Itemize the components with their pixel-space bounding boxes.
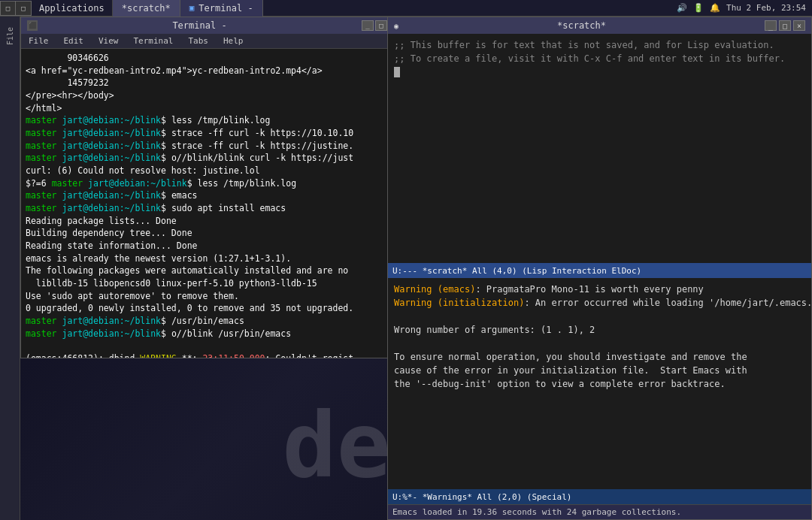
term-line-18: The following packages were automaticall…: [26, 265, 402, 277]
warn-line-2: Warning (initialization): An error occur…: [394, 296, 805, 310]
emacs-modeline-1-text: U:--- *scratch* All (4,0) (Lisp Interact…: [392, 266, 641, 276]
file-panel-label: File: [6, 27, 14, 45]
applications-menu[interactable]: Applications: [32, 0, 113, 17]
battery-icon[interactable]: 🔋: [693, 3, 704, 13]
taskbar-right: 🔊 🔋 🔔 Thu 2 Feb, 23:54: [677, 3, 812, 13]
terminal-window-icon: ⬛: [27, 20, 38, 31]
taskbar-left: □ □ Applications *scratch* ▣ Terminal -: [0, 0, 263, 17]
term-line-6: master jart@debian:~/blink$ less /tmp/bl…: [26, 114, 402, 127]
terminal-icon: ▣: [189, 3, 195, 13]
terminal-menu-tabs[interactable]: Tabs: [185, 35, 211, 47]
emacs-titlebar: ◉ *scratch* _ □ ×: [388, 17, 811, 34]
tab-terminal[interactable]: ▣ Terminal -: [180, 0, 263, 17]
terminal-content[interactable]: 90346626 <a href="yc-redbean-intro2.mp4"…: [21, 49, 407, 358]
term-line-13: master jart@debian:~/blink$ sudo apt ins…: [26, 202, 402, 215]
emacs-modeline-2: U:%*- *Warnings* All (2,0) (Special): [388, 489, 811, 504]
term-line-12: master jart@debian:~/blink$ emacs: [26, 189, 402, 202]
terminal-menu-edit[interactable]: Edit: [61, 35, 87, 47]
terminal-menu-view[interactable]: View: [95, 35, 122, 47]
terminal-maximize[interactable]: □: [375, 20, 387, 31]
term-line-11: $?=6 master jart@debian:~/blink$ less /t…: [26, 177, 402, 190]
emacs-modeline-2-text: U:%*- *Warnings* All (2,0) (Special): [392, 492, 571, 502]
scratch-line-1: ;; This buffer is for text that is not s…: [394, 38, 805, 52]
warn-line-4: Wrong number of arguments: (1 . 1), 2: [394, 323, 805, 337]
emacs-warnings-buffer[interactable]: Warning (emacs): PragmataPro Mono-11 is …: [388, 278, 811, 489]
term-line-23: master jart@debian:~/blink$ o//blink /us…: [26, 328, 402, 340]
term-line-22: master jart@debian:~/blink$ /usr/bin/ema…: [26, 315, 402, 328]
terminal-title: Terminal -: [44, 20, 356, 31]
emacs-window: ◉ *scratch* _ □ × ;; This buffer is for …: [387, 17, 812, 520]
warn-line-6: To ensure normal operation, you should i…: [394, 350, 805, 364]
emacs-close[interactable]: ×: [793, 20, 805, 31]
terminal-menu-terminal[interactable]: Terminal: [131, 35, 177, 47]
terminal-minimize[interactable]: _: [362, 20, 374, 31]
tab-terminal-label: Terminal -: [198, 3, 253, 14]
emacs-scratch-buffer[interactable]: ;; This buffer is for text that is not s…: [388, 34, 811, 263]
term-line-8: master jart@debian:~/blink$ strace -ff c…: [26, 140, 402, 153]
terminal-titlebar: ⬛ Terminal - _ □ ×: [21, 17, 407, 34]
term-line-2: <a href="yc-redbean-intro2.mp4">yc-redbe…: [26, 65, 402, 77]
term-line-7: master jart@debian:~/blink$ strace -ff c…: [26, 127, 402, 140]
term-line-4: </pre><hr></body>: [26, 89, 402, 102]
tab-scratch-label: *scratch*: [122, 3, 171, 14]
speaker-icon[interactable]: 🔊: [677, 3, 687, 13]
emacs-modeline-1: U:--- *scratch* All (4,0) (Lisp Interact…: [388, 263, 811, 278]
term-line-20: Use 'sudo apt autoremove' to remove them…: [26, 290, 402, 303]
bell-icon[interactable]: 🔔: [710, 3, 720, 13]
warn-line-5: [394, 337, 805, 350]
emacs-win-buttons: _ □ ×: [765, 20, 805, 31]
term-line-5: </html>: [26, 102, 402, 115]
datetime-display: Thu 2 Feb, 23:54: [726, 3, 806, 13]
emacs-maximize[interactable]: □: [779, 20, 791, 31]
term-line-17: emacs is already the newest version (1:2…: [26, 252, 402, 265]
term-line-25: (emacs:466812): dbind-WARNING **: 23:11:…: [26, 352, 402, 358]
term-line-9: master jart@debian:~/blink$ o//blink/bli…: [26, 152, 402, 165]
desktop-text: de: [283, 393, 392, 497]
term-line-21: 0 upgraded, 0 newly installed, 0 to remo…: [26, 302, 402, 315]
window-controls-taskbar[interactable]: □ □: [0, 1, 32, 16]
terminal-window: ⬛ Terminal - _ □ × File Edit View Termin…: [20, 17, 408, 358]
emacs-echo-area: Emacs loaded in 19.36 seconds with 24 ga…: [388, 504, 811, 519]
warn-line-1: Warning (emacs): PragmataPro Mono-11 is …: [394, 283, 805, 296]
taskbar: □ □ Applications *scratch* ▣ Terminal - …: [0, 0, 812, 17]
term-line-19: liblldb-15 libopencsd0 linux-perf-5.10 p…: [26, 277, 402, 290]
warn-line-8: the '--debug-init' option to view a comp…: [394, 377, 805, 391]
term-line-10: curl: (6) Could not resolve host: justin…: [26, 165, 402, 177]
term-line-3: 14579232: [26, 77, 402, 89]
term-line-1: 90346626: [26, 52, 402, 65]
win-ctrl-1[interactable]: □: [1, 2, 16, 15]
warn-line-7: cause of the error in your initializatio…: [394, 364, 805, 377]
term-line-16: Reading state information... Done: [26, 240, 402, 252]
scratch-line-2: ;; To create a file, visit it with C-x C…: [394, 52, 805, 65]
term-line-14: Reading package lists... Done: [26, 215, 402, 228]
warn-line-3: [394, 310, 805, 323]
term-line-15: Building dependency tree... Done: [26, 227, 402, 240]
emacs-minimize[interactable]: _: [765, 20, 777, 31]
emacs-echo-text: Emacs loaded in 19.36 seconds with 24 ga…: [392, 507, 681, 517]
terminal-menu-help[interactable]: Help: [220, 35, 247, 47]
term-line-24: [26, 340, 402, 352]
file-panel: File: [0, 17, 20, 520]
terminal-menu-file[interactable]: File: [26, 35, 52, 47]
win-ctrl-2[interactable]: □: [16, 2, 31, 15]
tab-scratch[interactable]: *scratch*: [113, 0, 180, 17]
scratch-line-3: [394, 65, 805, 79]
emacs-title: *scratch*: [398, 20, 765, 31]
terminal-menubar: File Edit View Terminal Tabs Help: [21, 34, 407, 49]
